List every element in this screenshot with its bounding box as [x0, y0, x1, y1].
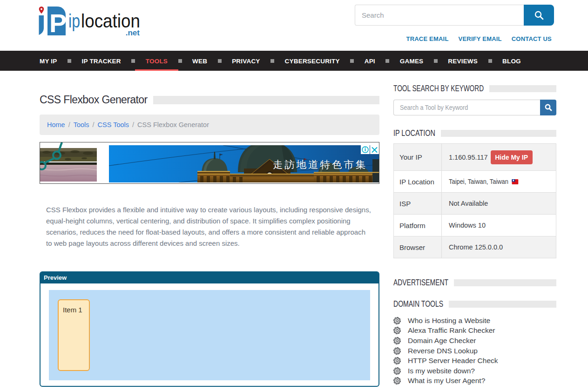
svg-text:P: P: [49, 8, 67, 37]
svg-text:.net: .net: [126, 28, 140, 37]
svg-text:ip: ip: [68, 10, 80, 32]
svg-text:走訪地道特色市集: 走訪地道特色市集: [273, 159, 367, 170]
